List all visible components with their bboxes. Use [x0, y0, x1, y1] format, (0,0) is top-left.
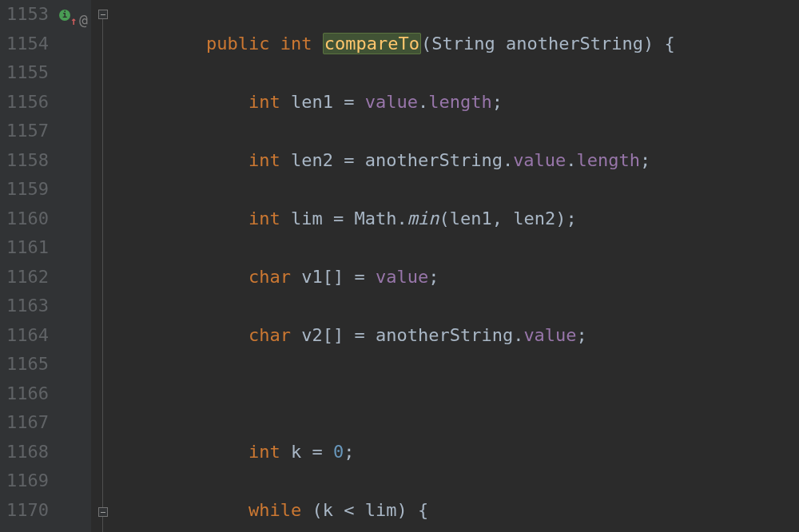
parameter: anotherString: [365, 150, 503, 170]
line-number: 1165: [6, 350, 48, 379]
keyword: int: [248, 92, 280, 112]
keyword: int: [248, 442, 280, 462]
line-number: 1168: [6, 438, 48, 467]
code-line[interactable]: char v1[] = value;: [121, 263, 675, 292]
line-number: 1164: [6, 321, 48, 351]
field: value: [523, 325, 576, 345]
field: value: [365, 92, 418, 112]
type: String: [431, 34, 495, 54]
line-number-gutter: 1153 1154 1155 1156 1157 1158 1159 1160 …: [0, 0, 58, 532]
property: length: [428, 92, 491, 112]
class-name: Math: [354, 208, 396, 228]
fold-collapse-icon[interactable]: [98, 507, 108, 517]
line-number: 1169: [6, 466, 48, 496]
code-line[interactable]: int lim = Math.min(len1, len2);: [121, 204, 675, 234]
line-number: 1159: [6, 175, 48, 204]
fold-guide-line: [102, 14, 103, 532]
fold-column: [91, 0, 115, 532]
static-method: min: [407, 208, 439, 228]
parameter: anotherString: [376, 325, 513, 345]
code-line[interactable]: public int compareTo(String anotherStrin…: [121, 30, 675, 59]
line-number: 1166: [6, 379, 48, 409]
number-literal: 0: [333, 442, 344, 462]
line-number: 1156: [6, 88, 48, 117]
variable: k: [291, 442, 301, 462]
line-number: 1170: [6, 496, 48, 526]
variable: lim: [291, 208, 323, 228]
keyword: public: [206, 34, 269, 54]
variable: v1: [301, 267, 323, 287]
property: length: [577, 150, 640, 170]
line-number: 1158: [6, 146, 48, 176]
keyword: int: [248, 150, 280, 170]
line-number: 1162: [6, 263, 48, 292]
code-line[interactable]: int len1 = value.length;: [121, 88, 675, 117]
code-area[interactable]: public int compareTo(String anotherStrin…: [115, 0, 675, 532]
line-number: 1163: [6, 292, 48, 321]
code-line[interactable]: int k = 0;: [121, 438, 675, 467]
line-number: 1160: [6, 204, 48, 234]
code-line[interactable]: int len2 = anotherString.value.length;: [121, 146, 675, 176]
code-line[interactable]: [121, 379, 675, 409]
line-number: 1154: [6, 30, 48, 59]
field: value: [513, 150, 566, 170]
keyword: int: [280, 34, 312, 54]
override-icon[interactable]: [59, 10, 70, 21]
variable: v2: [301, 325, 323, 345]
keyword: char: [248, 325, 291, 345]
code-editor[interactable]: 1153 1154 1155 1156 1157 1158 1159 1160 …: [0, 0, 799, 532]
gutter-icon-column: ↑ @: [58, 0, 91, 532]
keyword: char: [248, 267, 291, 287]
variable: len2: [291, 150, 333, 170]
line-number: 1167: [6, 408, 48, 438]
parameter: anotherString: [506, 34, 643, 54]
up-arrow-icon[interactable]: ↑: [70, 6, 77, 36]
code-line[interactable]: while (k < lim) {: [121, 496, 675, 526]
line-number: 1157: [6, 117, 48, 146]
method-name-highlighted: compareTo: [323, 33, 421, 54]
line-number: 1155: [6, 58, 48, 88]
line-number: 1161: [6, 233, 48, 263]
keyword: int: [248, 208, 280, 228]
annotation-at-icon[interactable]: @: [79, 6, 88, 35]
line-number: 1153: [6, 0, 48, 30]
keyword: while: [248, 500, 301, 520]
variable: len1: [291, 92, 333, 112]
field: value: [376, 267, 428, 287]
fold-collapse-icon[interactable]: [98, 10, 108, 19]
code-line[interactable]: char v2[] = anotherString.value;: [121, 321, 675, 351]
